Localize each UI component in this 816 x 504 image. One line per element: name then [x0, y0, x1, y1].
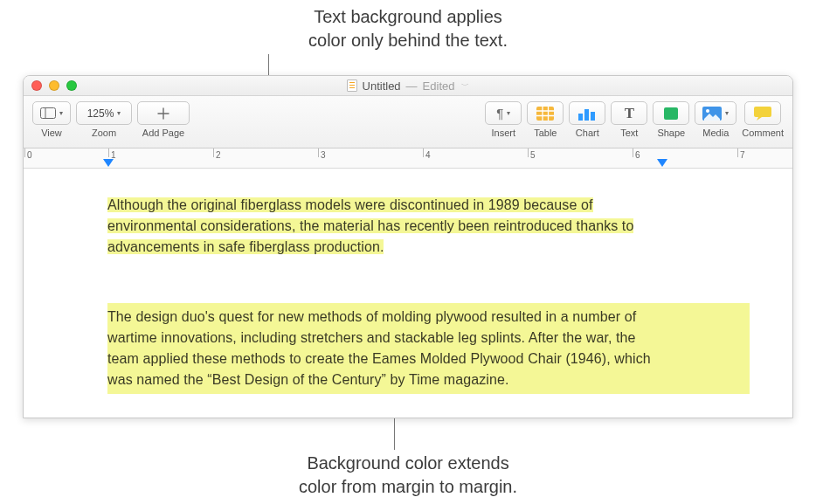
svg-rect-6 [664, 107, 678, 120]
table-label: Table [534, 128, 557, 138]
zoom-value: 125% [87, 107, 114, 120]
ruler-label: 6 [635, 150, 640, 160]
add-page-button[interactable] [137, 101, 190, 125]
ruler-label: 0 [27, 150, 32, 160]
media-button[interactable]: ▾ [695, 101, 736, 125]
document-area[interactable]: Although the original fiberglass models … [24, 169, 792, 418]
svg-rect-5 [591, 112, 595, 121]
document-name: Untitled [363, 79, 401, 93]
ruler-label: 7 [740, 150, 745, 160]
paragraph-background-color[interactable]: The design duo's quest for new methods o… [107, 303, 750, 394]
svg-rect-3 [578, 114, 583, 121]
shape-icon [663, 107, 679, 121]
toolbar: ▾ View 125% ▾ Zoom Add Page [24, 96, 792, 148]
chevron-down-icon: ▾ [117, 109, 121, 117]
chevron-down-icon: ▾ [725, 109, 729, 117]
right-indent-marker[interactable] [657, 159, 667, 167]
insert-button[interactable]: ¶ ▾ [485, 101, 522, 125]
ruler-label: 3 [321, 150, 326, 160]
ruler-label: 4 [425, 150, 431, 160]
minimize-button[interactable] [49, 80, 59, 91]
svg-rect-4 [584, 109, 589, 121]
ruler-label: 5 [530, 150, 536, 160]
zoom-select[interactable]: 125% ▾ [76, 101, 132, 125]
table-icon [536, 107, 554, 121]
insert-label: Insert [492, 128, 516, 138]
svg-point-8 [706, 109, 709, 113]
text-button[interactable]: T [611, 101, 647, 125]
comment-button[interactable] [744, 101, 781, 125]
comment-icon [754, 107, 771, 121]
shape-button[interactable] [653, 101, 689, 125]
ruler[interactable]: 0 1 2 3 4 5 6 7 [24, 148, 792, 169]
zoom-label: Zoom [92, 128, 116, 138]
traffic-lights [31, 80, 77, 91]
annotation-background-color: Background color extends color from marg… [233, 452, 583, 499]
text-label: Text [620, 128, 638, 138]
titlebar: Untitled — Edited ﹀ [24, 76, 792, 96]
document-icon [347, 79, 357, 92]
svg-rect-2 [536, 107, 554, 121]
chevron-down-icon: ▾ [507, 109, 510, 117]
add-page-label: Add Page [142, 128, 184, 138]
chevron-down-icon: ▾ [59, 109, 63, 117]
comment-label: Comment [742, 128, 784, 138]
window-title[interactable]: Untitled — Edited ﹀ [347, 79, 470, 93]
maximize-button[interactable] [66, 80, 77, 91]
app-window: Untitled — Edited ﹀ ▾ View 125% ▾ [23, 75, 793, 418]
close-button[interactable] [31, 80, 42, 91]
view-button[interactable]: ▾ [32, 101, 71, 125]
plus-icon [157, 107, 169, 120]
table-button[interactable] [527, 101, 564, 125]
svg-rect-9 [754, 107, 771, 117]
media-label: Media [702, 128, 729, 138]
shape-label: Shape [657, 128, 685, 138]
left-indent-marker[interactable] [103, 159, 114, 167]
chart-button[interactable] [569, 101, 605, 125]
paragraph-1-text: Although the original fiberglass models … [107, 197, 633, 254]
annotation-text-background: Text background applies color only behin… [233, 5, 583, 52]
sidebar-icon [40, 107, 56, 119]
pilcrow-icon: ¶ [496, 106, 503, 121]
paragraph-2-text: The design duo's quest for new methods o… [107, 307, 667, 390]
paragraph-text-background[interactable]: Although the original fiberglass models … [107, 195, 667, 258]
text-icon: T [625, 105, 634, 122]
title-sep: — [406, 79, 418, 93]
ruler-label: 2 [216, 150, 221, 160]
chevron-down-icon: ﹀ [461, 80, 469, 92]
view-label: View [41, 128, 62, 138]
svg-rect-0 [41, 108, 56, 119]
media-icon [702, 107, 722, 121]
edited-indicator: Edited [423, 79, 455, 93]
chart-icon [577, 107, 597, 121]
chart-label: Chart [576, 128, 599, 138]
